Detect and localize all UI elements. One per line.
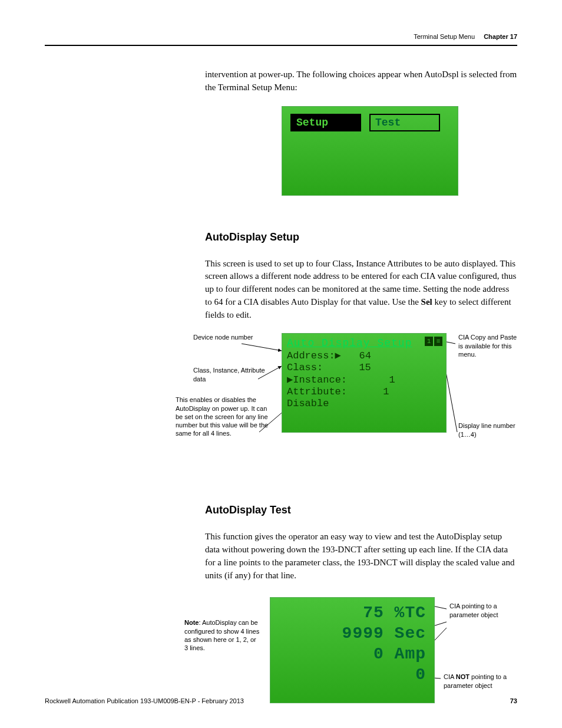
intro-paragraph: intervention at power-up. The following … [205, 68, 517, 94]
lcd-test-line1: 75 %TC [363, 602, 426, 623]
footer-page-number: 73 [510, 697, 517, 704]
lcd-address-row: Address:▶ 64 [287, 350, 441, 362]
callout-param-object: CIA pointing to a parameter object [449, 602, 514, 619]
callout-copy-paste: CIA Copy and Paste is available for this… [458, 333, 517, 358]
callout-enable-disable: This enables or disables the AutoDisplay… [176, 396, 276, 437]
lcd-attribute-row: Attribute: 1 [287, 386, 441, 398]
autodisplay-test-heading: AutoDisplay Test [205, 504, 517, 516]
autodisplay-test-body: This function gives the operator an easy… [205, 531, 517, 582]
lcd-menu-screenshot: Setup Test [282, 106, 458, 196]
autodisplay-setup-heading: AutoDisplay Setup [205, 231, 517, 243]
lcd-setup-screenshot: 1 ≡ Auto Display Setup Address:▶ 64 Clas… [282, 333, 447, 433]
lcd-disable-row: Disable [287, 398, 441, 410]
header-section: Terminal Setup Menu [414, 33, 475, 40]
callout-cia-data: Class, Instance, Attribute data [193, 366, 276, 383]
setup-diagram: Device node number Class, Instance, Attr… [193, 333, 517, 469]
corner-menu-icon: ≡ [434, 337, 442, 346]
lcd-test-button: Test [369, 114, 440, 131]
page-footer: Rockwell Automation Publication 193-UM00… [45, 697, 517, 704]
autodisplay-setup-body: This screen is used to set up to four Cl… [205, 258, 517, 322]
lcd-class-row: Class: 15 [287, 362, 441, 374]
header-chapter: Chapter 17 [484, 33, 517, 40]
lcd-test-line2: 9999 Sec [342, 623, 426, 644]
footer-publication: Rockwell Automation Publication 193-UM00… [45, 697, 244, 704]
lcd-setup-button: Setup [290, 114, 361, 131]
lcd-test-screenshot: 75 %TC 9999 Sec 0 Amp 0 [270, 597, 435, 703]
callout-note: Note: AutoDisplay can be configured to s… [184, 618, 261, 652]
lcd-instance-row: ▶Instance: 1 [287, 374, 441, 386]
lcd-test-line4: 0 [415, 664, 426, 685]
callout-display-line: Display line number (1…4) [458, 421, 517, 439]
lcd-test-line3: 0 Amp [373, 644, 426, 664]
page-header: Terminal Setup Menu Chapter 17 [45, 33, 517, 46]
callout-device-node: Device node number [193, 333, 276, 341]
svg-line-0 [242, 344, 282, 351]
callout-not-param-object: CIA NOT pointing to a parameter object [444, 673, 514, 690]
lcd-setup-title: Auto Display Setup [287, 337, 441, 350]
test-diagram: Note: AutoDisplay can be configured to s… [193, 597, 517, 703]
corner-line-num: 1 [425, 337, 433, 346]
